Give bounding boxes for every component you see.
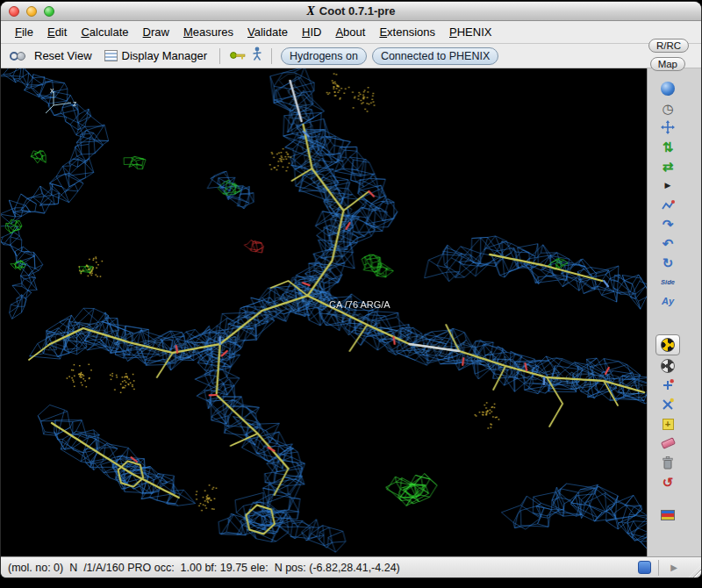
eraser-icon[interactable] [655,434,680,452]
trash-icon [662,455,674,470]
display-manager-button[interactable]: Display Manager [101,47,211,64]
hydrogens-toggle-button[interactable]: Hydrogens on [281,47,367,65]
regularize-zone-icon[interactable]: ⇄ [655,157,680,175]
menu-measures[interactable]: Measures [176,23,240,41]
translate-zone-icon[interactable] [655,118,680,136]
sidechain-flip-icon[interactable]: ↶ [655,234,680,252]
striped-flag-icon [661,510,675,520]
residue-label: CA /76 ARG/A [329,299,390,310]
axis-z-label: z [73,99,77,108]
delete-atom-icon[interactable] [655,396,680,413]
expander-button[interactable]: ▶ [659,563,689,572]
play-icon[interactable]: ▶ [655,176,680,194]
toolbar-separator [219,48,220,64]
toolbar-separator [271,48,272,64]
radiation-dark-icon [661,359,675,373]
zigzag-icon [661,198,675,212]
close-button[interactable] [9,6,19,17]
menubar: File Edit Calculate Draw Measures Valida… [1,21,701,44]
display-manager-icon [104,50,118,61]
window-controls [9,6,54,17]
undo-icon[interactable]: ↺ [655,473,680,491]
flag-icon[interactable] [655,506,680,524]
minimize-button[interactable] [26,6,37,17]
window-title: Coot 0.7.1-pre [319,4,396,18]
radiation-yellow-icon [661,338,675,352]
menu-about[interactable]: About [328,23,372,41]
menu-calculate[interactable]: Calculate [74,23,135,41]
rrc-button[interactable]: R/RC [648,39,689,53]
window-title-area: X Coot 0.7.1-pre [1,2,701,20]
navigation-sphere-icon[interactable] [655,80,680,97]
menu-file[interactable]: File [8,23,40,41]
titlebar: X Coot 0.7.1-pre [1,2,701,21]
main-area: x z CA /76 ARG/A ◷ ⇅ ⇄ ▶ ↷ ↶ ↻ Side Ay [1,68,701,556]
rotate-translate-icon[interactable]: ↻ [655,254,680,271]
move-arrows-icon [661,120,675,134]
go-to-atom-icon[interactable] [229,48,247,64]
zoom-button[interactable] [44,6,54,17]
statusbar: (mol. no: 0) N /1/A/160 PRO occ: 1.00 bf… [1,556,701,577]
status-indicator [638,561,651,574]
molecules-icon[interactable] [10,52,25,61]
gl-viewport[interactable]: x z CA /76 ARG/A [1,68,647,556]
right-toolbar: ◷ ⇅ ⇄ ▶ ↷ ↶ ↻ Side Ay + [647,68,701,556]
add-atom-icon[interactable] [655,376,680,394]
delete-item-icon[interactable] [655,454,680,471]
menu-extensions[interactable]: Extensions [372,23,442,41]
display-manager-label: Display Manager [122,49,208,62]
toolbar: Reset View Display Manager Hydrogens on … [1,44,701,68]
reset-view-button[interactable]: Reset View [31,47,96,64]
x11-icon: X [306,4,314,18]
reset-view-label: Reset View [34,49,92,62]
resize-grip[interactable] [689,565,701,577]
side-view-icon[interactable]: Side [655,273,680,290]
phenix-connection-button[interactable]: Connected to PHENIX [372,47,498,65]
menu-hid[interactable]: HID [295,23,328,41]
edit-chi-angles-icon[interactable] [655,196,680,213]
cross-yellow-dot-icon [661,398,675,412]
refmac-refine-button-active[interactable] [655,334,680,355]
mutate-icon[interactable]: Ay [655,292,680,310]
plus-red-dot-icon [661,378,675,392]
menu-phenix[interactable]: PHENIX [442,23,498,41]
flip-peptide-icon[interactable]: ↷ [655,215,680,233]
menu-validate[interactable]: Validate [240,23,295,41]
plus-box-icon: + [663,419,674,430]
sphere-icon [661,82,675,96]
expander-icon: ▶ [670,563,677,572]
coot-window: X Coot 0.7.1-pre File Edit Calculate Dra… [1,2,701,577]
add-residue-icon[interactable]: + [655,415,680,433]
symmetry-icon[interactable] [655,357,680,375]
pink-eraser-icon [661,437,676,448]
axis-x-label: x [50,86,54,95]
status-text: (mol. no: 0) N /1/A/160 PRO occ: 1.00 bf… [8,562,638,574]
stick-figure-icon[interactable] [252,47,262,65]
real-space-refine-icon[interactable]: ⇅ [655,138,680,155]
menu-draw[interactable]: Draw [136,23,176,41]
filled-circle-icon [17,52,25,61]
menu-edit[interactable]: Edit [40,23,74,41]
timer-icon[interactable]: ◷ [655,99,680,117]
density-canvas[interactable] [1,68,647,556]
axis-indicator: x z [39,86,78,118]
map-button[interactable]: Map [650,57,685,71]
